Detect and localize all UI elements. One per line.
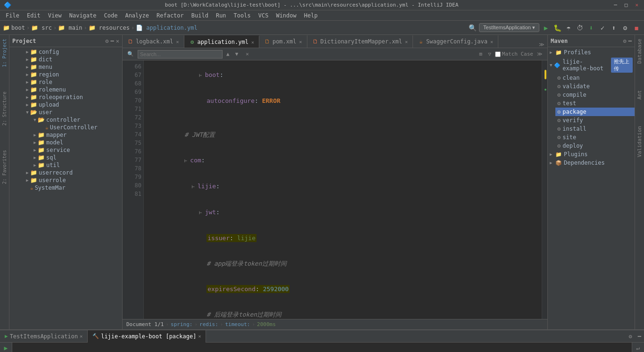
find-prev-button[interactable]: ▲: [224, 51, 231, 57]
tab-close-application[interactable]: ✕: [251, 40, 254, 45]
maven-lifecycle-deploy[interactable]: ⚙ deploy: [555, 142, 635, 150]
maven-project-item[interactable]: ▼ 🔷 lijie-example-boot 抢先上传: [548, 57, 635, 74]
project-collapse-icon[interactable]: ━: [111, 38, 114, 44]
tree-item-role[interactable]: ▶ 📁 role: [9, 78, 122, 86]
tab-close-swaggerconfig[interactable]: ✕: [490, 39, 493, 44]
maven-collapse-icon[interactable]: ━: [628, 38, 632, 44]
left-icon-favorites[interactable]: 2: Favorites: [1, 148, 8, 186]
menu-tools[interactable]: Tools: [230, 10, 255, 21]
tree-item-rolemenu[interactable]: ▶ 📁 rolemenu: [9, 86, 122, 93]
tree-item-user[interactable]: ▼ 📂 user: [9, 109, 122, 116]
tree-item-mapper[interactable]: ▶ 📁 mapper: [9, 131, 122, 139]
tree-item-userrecord[interactable]: ▶ 📁 userrecord: [9, 169, 122, 176]
menu-run[interactable]: Run: [212, 10, 230, 21]
tree-item-usercontroller[interactable]: ☕ UserController: [9, 124, 122, 131]
tab-close-logback[interactable]: ✕: [176, 39, 179, 44]
right-vert-database[interactable]: Database: [636, 35, 644, 67]
tab-close-dictionaryitem[interactable]: ✕: [405, 39, 408, 44]
menu-help[interactable]: Help: [300, 10, 322, 21]
menu-analyze[interactable]: Analyze: [121, 10, 153, 21]
match-case-option[interactable]: Match Case: [495, 51, 533, 57]
menu-window[interactable]: Window: [272, 10, 300, 21]
run-tab-close-testitemsapp[interactable]: ✕: [80, 334, 83, 339]
tree-item-controller[interactable]: ▼ 📂 controller: [9, 116, 122, 124]
run-config-dropdown[interactable]: TestItemsApplication ▾: [479, 23, 539, 32]
find-input[interactable]: [138, 50, 223, 59]
tree-item-roleoperation[interactable]: ▶ 📁 roleoperation: [9, 93, 122, 101]
toolbar-coverage-icon[interactable]: ☂: [564, 23, 573, 33]
menu-navigate[interactable]: Navigate: [66, 10, 100, 21]
maven-lifecycle-package[interactable]: ⚙ package: [555, 108, 635, 116]
tab-logback-xml[interactable]: 🗋 logback.xml ✕: [123, 35, 184, 48]
maven-lifecycle-compile[interactable]: ⚙ compile: [555, 91, 635, 99]
tab-swaggerconfig[interactable]: ☕ SwaggerConfig.java ✕: [413, 35, 498, 48]
filter-icon[interactable]: ⊞: [478, 51, 485, 57]
tree-item-systemmar[interactable]: ☕ SystemMar: [9, 184, 122, 192]
close-button[interactable]: ✕: [633, 2, 640, 8]
run-tab-close-package[interactable]: ✕: [198, 334, 201, 339]
maven-lifecycle-clean[interactable]: ⚙ clean: [555, 74, 635, 82]
toolbar-vcs-commit-icon[interactable]: ✓: [598, 23, 607, 33]
minimize-button[interactable]: ─: [612, 2, 619, 8]
tree-item-model[interactable]: ▶ 📁 model: [9, 139, 122, 146]
match-case-checkbox[interactable]: [495, 51, 501, 57]
tree-item-config[interactable]: ▶ 📁 config: [9, 48, 122, 56]
toolbar-search-everywhere-icon[interactable]: 🔍: [468, 23, 477, 33]
run-play-icon[interactable]: ▶: [4, 344, 8, 352]
maven-lifecycle-verify[interactable]: ⚙ verify: [555, 116, 635, 125]
menu-file[interactable]: File: [2, 10, 23, 21]
toolbar-vcs-update-icon[interactable]: ⬇: [586, 23, 596, 33]
tab-dictionaryitem-xml[interactable]: 🗋 DictionaryItemMapper.xml ✕: [307, 35, 413, 48]
project-settings-icon[interactable]: ⚙: [105, 38, 108, 44]
toolbar-run-icon[interactable]: ▶: [541, 23, 551, 33]
run-wrap-icon[interactable]: ↵: [636, 344, 640, 352]
tree-item-dict[interactable]: ▶ 📁 dict: [9, 56, 122, 63]
filter-icon2[interactable]: ▽: [486, 51, 493, 57]
left-icon-project[interactable]: 1: Project: [1, 37, 8, 69]
maven-lifecycle-validate[interactable]: ⚙ validate: [555, 82, 635, 91]
toolbar-profile-icon[interactable]: ⏱: [575, 23, 585, 33]
tree-item-sql[interactable]: ▶ 📁 sql: [9, 154, 122, 161]
toolbar-settings-icon[interactable]: ⚙: [620, 23, 630, 33]
menu-code[interactable]: Code: [100, 10, 122, 21]
right-vert-validation[interactable]: Validation: [636, 122, 644, 161]
maven-settings-icon[interactable]: ⚙: [623, 38, 627, 44]
menu-build[interactable]: Build: [188, 10, 212, 21]
tab-application-yml[interactable]: ⚙ application.yml ✕: [184, 35, 259, 48]
run-close-icon[interactable]: ━: [635, 333, 644, 340]
run-tab-testitemsapp[interactable]: ▶ TestItemsApplication ✕: [0, 330, 88, 343]
left-icon-structure[interactable]: 2: Structure: [1, 90, 8, 127]
menu-vcs[interactable]: VCS: [255, 10, 272, 21]
run-tab-package[interactable]: 🔨 lijie-example-boot [package] ✕: [88, 330, 206, 343]
tree-item-menu[interactable]: ▶ 📁 menu: [9, 63, 122, 71]
code-content[interactable]: ⊢ boot: autoconfigure: ERROR # JWT配置 ⊢ c…: [144, 60, 542, 319]
right-vert-ant[interactable]: Ant: [636, 86, 644, 103]
menu-refactor[interactable]: Refactor: [153, 10, 188, 21]
maven-dependencies-item[interactable]: ▶ 📦 Dependencies: [548, 159, 635, 167]
tree-item-service[interactable]: ▶ 📁 service: [9, 146, 122, 154]
tree-item-region[interactable]: ▶ 📁 region: [9, 71, 122, 78]
toolbar-debug-icon[interactable]: 🐛: [553, 23, 562, 33]
maven-plugins-item[interactable]: ▶ 📁 Plugins: [548, 150, 635, 159]
tab-close-pom[interactable]: ✕: [299, 39, 302, 44]
toolbar-stop-icon[interactable]: ◼: [632, 23, 641, 33]
maven-lifecycle-test[interactable]: ⚙ test: [555, 99, 635, 108]
menu-edit[interactable]: Edit: [23, 10, 44, 21]
tree-item-upload[interactable]: ▶ 📁 upload: [9, 101, 122, 109]
tree-item-util[interactable]: ▶ 📁 util: [9, 161, 122, 169]
run-settings-icon[interactable]: ⚙: [626, 333, 635, 340]
maven-profiles-item[interactable]: ▶ 📁 Profiles: [548, 48, 635, 57]
tree-item-userrole[interactable]: ▶ 📁 userrole: [9, 176, 122, 184]
more-tabs-button[interactable]: ≫: [536, 42, 547, 48]
maven-lifecycle-install[interactable]: ⚙ install: [555, 125, 635, 133]
project-close-icon[interactable]: ✕: [116, 38, 119, 44]
find-next-button[interactable]: ▼: [233, 51, 240, 57]
find-close-button[interactable]: ✕: [244, 51, 251, 57]
tab-pom-xml[interactable]: 🗋 pom.xml ✕: [259, 35, 307, 48]
menu-view[interactable]: View: [44, 10, 66, 21]
find-icon[interactable]: 🔍: [125, 51, 136, 57]
more-options-button[interactable]: ≫: [535, 51, 545, 57]
maximize-button[interactable]: □: [623, 2, 630, 8]
toolbar-vcs-push-icon[interactable]: ⬆: [609, 23, 619, 33]
maven-lifecycle-site[interactable]: ⚙ site: [555, 133, 635, 142]
